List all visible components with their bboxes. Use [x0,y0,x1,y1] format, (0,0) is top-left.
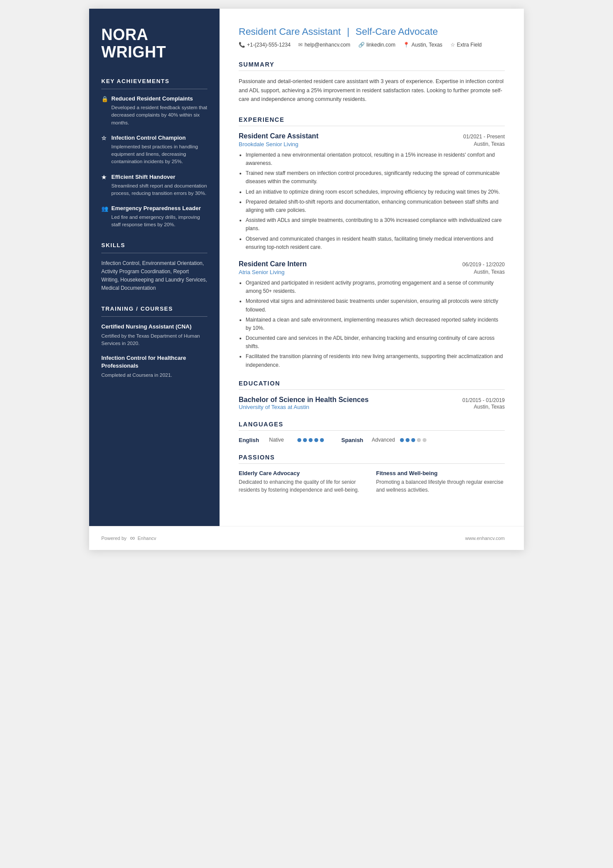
course-1: Certified Nursing Assistant (CNA) Certif… [101,323,207,347]
achievement-3: ★ Efficient Shift Handover Streamlined s… [101,174,207,198]
lang-level-spanish: Advanced [372,437,396,443]
languages-section: LANGUAGES English Native [239,421,505,443]
passion-desc-1: Dedicated to enhancing the quality of li… [239,478,367,494]
passion-desc-2: Promoting a balanced lifestyle through r… [376,478,505,494]
achievement-title-2: Infection Control Champion [111,134,186,141]
job-bullets-1: Implemented a new environmental orientat… [239,151,505,251]
powered-by-label: Powered by [101,536,127,541]
course-2: Infection Control for Healthcare Profess… [101,354,207,379]
dot [297,438,301,442]
dot [411,438,415,442]
dot [406,438,410,442]
achievement-icon-4: 👥 [101,205,108,212]
contact-phone: 📞 +1-(234)-555-1234 [239,42,290,48]
course-desc-1: Certified by the Texas Department of Hum… [101,332,207,348]
training-title: TRAINING / COURSES [101,305,207,312]
location-icon: 📍 [403,42,410,48]
email-icon: ✉ [298,42,303,48]
edu-school-1: University of Texas at Austin [239,404,309,410]
achievement-title-1: Reduced Resident Complaints [111,95,193,102]
dot [309,438,313,442]
company-name-2: Atria Senior Living [239,269,285,275]
brand-name: Enhancv [138,536,157,541]
achievement-icon-2: ☆ [101,135,108,141]
achievement-desc-4: Led fire and emergency drills, improving… [101,214,207,229]
course-title-1: Certified Nursing Assistant (CNA) [101,323,207,331]
experience-section: EXPERIENCE Resident Care Assistant 01/20… [239,116,505,369]
achievements-section: KEY ACHIEVEMENTS 🔒 Reduced Resident Comp… [101,78,207,229]
skills-title: SKILLS [101,242,207,248]
skills-text: Infection Control, Environmental Orienta… [101,259,207,293]
bullet-2-3: Maintained a clean and safe environment,… [246,316,505,332]
training-section: TRAINING / COURSES Certified Nursing Ass… [101,305,207,379]
company-name-1: Brookdale Senior Living [239,141,298,147]
footer-website: www.enhancv.com [465,536,505,541]
contact-linkedin: 🔗 linkedin.com [358,42,396,48]
dot [417,438,421,442]
title-separator: | [347,26,352,37]
job-date-2: 06/2019 - 12/2020 [463,261,505,268]
bullet-2-5: Facilitated the transition planning of r… [246,352,505,369]
summary-text: Passionate and detail-oriented resident … [239,77,505,104]
dot [320,438,324,442]
lang-dots-english [297,438,324,442]
achievement-desc-3: Streamlined shift report and documentati… [101,182,207,198]
achievement-title-3: Efficient Shift Handover [111,174,175,180]
education-section: EDUCATION Bachelor of Science in Health … [239,380,505,410]
dot [314,438,318,442]
dot [423,438,426,442]
logo-icon: ∞ [130,534,135,542]
star-icon: ☆ [450,42,455,48]
summary-section: SUMMARY Passionate and detail-oriented r… [239,61,505,104]
passion-title-1: Elderly Care Advocacy [239,470,367,476]
achievement-1: 🔒 Reduced Resident Complaints Developed … [101,95,207,127]
sidebar: NORA WRIGHT KEY ACHIEVEMENTS 🔒 Reduced R… [89,9,220,526]
contact-email: ✉ help@enhancv.com [298,42,350,48]
bullet-1-5: Assisted with ADLs and simple treatments… [246,216,505,233]
person-name: NORA WRIGHT [101,26,207,60]
course-desc-2: Completed at Coursera in 2021. [101,372,207,379]
lang-level-english: Native [269,437,293,443]
lang-name-english: English [239,437,265,443]
passion-2: Fitness and Well-being Promoting a balan… [376,470,505,494]
passions-section-title: PASSIONS [239,454,505,461]
passion-1: Elderly Care Advocacy Dedicated to enhan… [239,470,367,494]
bullet-1-4: Prepared detailed shift-to-shift reports… [246,198,505,214]
lang-name-spanish: Spanish [341,437,367,443]
achievement-4: 👥 Emergency Preparedness Leader Led fire… [101,205,207,229]
edu-date-1: 01/2015 - 01/2019 [463,397,505,403]
contact-location: 📍 Austin, Texas [403,42,442,48]
passions-grid: Elderly Care Advocacy Dedicated to enhan… [239,470,505,498]
job-headline: Resident Care Assistant | Self-Care Advo… [239,26,505,37]
experience-section-title: EXPERIENCE [239,116,505,123]
achievement-icon-1: 🔒 [101,96,108,102]
achievement-desc-2: Implemented best practices in handling e… [101,143,207,166]
passions-section: PASSIONS Elderly Care Advocacy Dedicated… [239,454,505,498]
languages-section-title: LANGUAGES [239,421,505,428]
title-part1: Resident Care Assistant [239,26,341,37]
bullet-1-1: Implemented a new environmental orientat… [246,151,505,168]
edu-entry-1: Bachelor of Science in Health Sciences 0… [239,396,505,410]
summary-section-title: SUMMARY [239,61,505,68]
job-date-1: 01/2021 - Present [463,134,505,140]
footer: Powered by ∞ Enhancv www.enhancv.com [89,526,524,550]
bullet-1-2: Trained new staff members on infection c… [246,169,505,186]
achievement-desc-1: Developed a resident feedback system tha… [101,104,207,127]
bullet-2-2: Monitored vital signs and administered b… [246,297,505,314]
bullet-1-3: Led an initiative to optimize dining roo… [246,188,505,196]
contact-extra: ☆ Extra Field [450,42,482,48]
edu-degree-1: Bachelor of Science in Health Sciences [239,396,369,404]
lang-dots-spanish [400,438,426,442]
bullet-1-6: Observed and communicated changes in res… [246,235,505,251]
contact-row: 📞 +1-(234)-555-1234 ✉ help@enhancv.com 🔗… [239,42,505,48]
job-title-2: Resident Care Intern [239,260,306,268]
education-section-title: EDUCATION [239,380,505,387]
dot [303,438,307,442]
languages-row: English Native Spanish Advanced [239,437,505,443]
edu-location-1: Austin, Texas [474,404,505,410]
achievement-icon-3: ★ [101,174,108,181]
lang-english: English Native [239,437,324,443]
linkedin-icon: 🔗 [358,42,365,48]
achievement-title-4: Emergency Preparedness Leader [111,205,201,211]
job-title-1: Resident Care Assistant [239,132,318,140]
